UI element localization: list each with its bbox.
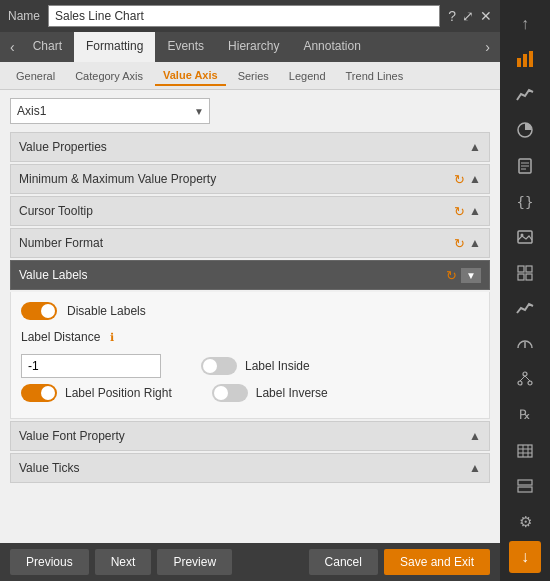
svg-rect-2 <box>529 51 533 67</box>
cancel-button[interactable]: Cancel <box>309 549 378 575</box>
label-distance-input-row: Label Inside <box>21 354 479 378</box>
sidebar-code-icon[interactable]: {} <box>509 186 541 218</box>
cursor-tooltip-arrow[interactable]: ▲ <box>469 204 481 218</box>
label-distance-row: Label Distance ℹ <box>21 330 479 344</box>
sidebar-rx-icon[interactable]: ℞ <box>509 399 541 431</box>
sidebar-table-icon[interactable] <box>509 435 541 467</box>
svg-rect-10 <box>518 266 524 272</box>
min-max-arrow[interactable]: ▲ <box>469 172 481 186</box>
subtab-trend-lines[interactable]: Trend Lines <box>338 67 412 85</box>
bottom-right-buttons: Cancel Save and Exit <box>309 549 490 575</box>
label-position-right-group: Label Position Right <box>21 384 172 402</box>
svg-rect-11 <box>526 266 532 272</box>
sidebar-bar-chart-icon[interactable] <box>509 44 541 76</box>
svg-line-19 <box>525 376 530 381</box>
title-bar: Name ? ⤢ ✕ <box>0 0 500 32</box>
svg-rect-13 <box>526 274 532 280</box>
axis-select[interactable]: Axis1 Axis2 <box>10 98 210 124</box>
cursor-tooltip-refresh-icon[interactable]: ↻ <box>454 204 465 219</box>
label-inside-toggle[interactable] <box>201 357 237 375</box>
previous-button[interactable]: Previous <box>10 549 89 575</box>
sidebar-grid-icon[interactable] <box>509 257 541 289</box>
value-properties-arrow[interactable]: ▲ <box>469 140 481 154</box>
svg-rect-25 <box>518 480 532 485</box>
value-labels-body: Disable Labels Label Distance ℹ Label In… <box>10 292 490 419</box>
svg-point-15 <box>523 372 527 376</box>
label-inside-group: Label Inside <box>201 357 310 375</box>
tab-left-arrow[interactable]: ‹ <box>4 39 21 55</box>
label-inverse-group: Label Inverse <box>212 384 328 402</box>
chart-name-input[interactable] <box>48 5 440 27</box>
tab-right-arrow[interactable]: › <box>479 39 496 55</box>
tab-formatting[interactable]: Formatting <box>74 32 155 62</box>
subtab-general[interactable]: General <box>8 67 63 85</box>
section-value-ticks[interactable]: Value Ticks ▲ <box>10 453 490 483</box>
next-button[interactable]: Next <box>95 549 152 575</box>
svg-rect-26 <box>518 487 532 492</box>
value-labels-refresh-icon[interactable]: ↻ <box>446 268 457 283</box>
label-inverse-toggle[interactable] <box>212 384 248 402</box>
section-number-format[interactable]: Number Format ↻ ▲ <box>10 228 490 258</box>
svg-point-16 <box>518 381 522 385</box>
help-icon[interactable]: ? <box>448 8 456 24</box>
label-position-right-toggle[interactable] <box>21 384 57 402</box>
subtab-row: General Category Axis Value Axis Series … <box>0 62 500 90</box>
min-max-refresh-icon[interactable]: ↻ <box>454 172 465 187</box>
svg-rect-12 <box>518 274 524 280</box>
tab-annotation[interactable]: Annotation <box>291 32 372 62</box>
tab-row: ‹ Chart Formatting Events Hierarchy Anno… <box>0 32 500 62</box>
sidebar-download-icon[interactable]: ↓ <box>509 541 541 573</box>
axis-dropdown-row: Axis1 Axis2 <box>0 90 500 132</box>
svg-point-17 <box>528 381 532 385</box>
subtab-value-axis[interactable]: Value Axis <box>155 66 226 86</box>
section-min-max[interactable]: Minimum & Maximum Value Property ↻ ▲ <box>10 164 490 194</box>
number-format-arrow[interactable]: ▲ <box>469 236 481 250</box>
number-format-refresh-icon[interactable]: ↻ <box>454 236 465 251</box>
sidebar-document-icon[interactable] <box>509 150 541 182</box>
tab-events[interactable]: Events <box>155 32 216 62</box>
bottom-bar: Previous Next Preview Cancel Save and Ex… <box>0 543 500 581</box>
disable-labels-toggle[interactable] <box>21 302 57 320</box>
bottom-left-buttons: Previous Next Preview <box>10 549 232 575</box>
sidebar-area-chart-icon[interactable] <box>509 79 541 111</box>
tab-chart[interactable]: Chart <box>21 32 74 62</box>
value-font-arrow[interactable]: ▲ <box>469 429 481 443</box>
svg-rect-1 <box>523 54 527 67</box>
tab-hierarchy[interactable]: Hierarchy <box>216 32 291 62</box>
subtab-legend[interactable]: Legend <box>281 67 334 85</box>
sidebar-up-icon[interactable]: ↑ <box>509 8 541 40</box>
svg-rect-20 <box>518 445 532 457</box>
value-ticks-arrow[interactable]: ▲ <box>469 461 481 475</box>
section-value-font-property[interactable]: Value Font Property ▲ <box>10 421 490 451</box>
svg-line-18 <box>520 376 525 381</box>
label-distance-info-icon[interactable]: ℹ <box>110 331 114 344</box>
right-sidebar: ↑ {} <box>500 0 550 581</box>
sidebar-line-chart-icon[interactable] <box>509 293 541 325</box>
sidebar-gauge-icon[interactable] <box>509 328 541 360</box>
subtab-category-axis[interactable]: Category Axis <box>67 67 151 85</box>
disable-labels-row: Disable Labels <box>21 302 479 320</box>
sidebar-pie-chart-icon[interactable] <box>509 115 541 147</box>
move-icon[interactable]: ⤢ <box>462 8 474 24</box>
label-position-row: Label Position Right Label Inverse <box>21 384 479 402</box>
sidebar-image-icon[interactable] <box>509 221 541 253</box>
section-value-properties[interactable]: Value Properties ▲ <box>10 132 490 162</box>
value-labels-arrow[interactable]: ▼ <box>461 268 481 283</box>
sidebar-nodes-icon[interactable] <box>509 364 541 396</box>
svg-rect-0 <box>517 58 521 67</box>
label-distance-input[interactable] <box>21 354 161 378</box>
preview-button[interactable]: Preview <box>157 549 232 575</box>
section-value-labels[interactable]: Value Labels ↻ ▼ <box>10 260 490 290</box>
close-icon[interactable]: ✕ <box>480 8 492 24</box>
section-cursor-tooltip[interactable]: Cursor Tooltip ↻ ▲ <box>10 196 490 226</box>
subtab-series[interactable]: Series <box>230 67 277 85</box>
sidebar-layers-icon[interactable] <box>509 470 541 502</box>
content-area: Value Properties ▲ Minimum & Maximum Val… <box>0 132 500 543</box>
sidebar-settings-icon[interactable]: ⚙ <box>509 506 541 538</box>
save-exit-button[interactable]: Save and Exit <box>384 549 490 575</box>
name-label: Name <box>8 9 40 23</box>
